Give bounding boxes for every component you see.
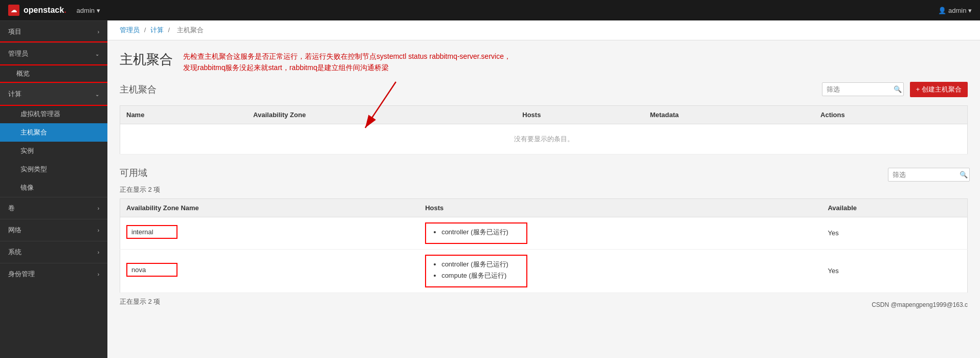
- footer-credit: CSDN @mapengpeng1999@163.c: [872, 301, 968, 310]
- host-aggregate-table-header: Name Availability Zone Hosts Metadata Ac…: [120, 105, 968, 124]
- sidebar-network-label: 网络: [8, 226, 21, 235]
- sidebar-vm-label: 虚拟机管理器: [20, 110, 60, 118]
- host-list-item: controller (服务已运行): [441, 260, 520, 269]
- page-title: 主机聚合: [120, 51, 173, 69]
- host-aggregate-toolbar: 🔍 + 创建主机聚合: [822, 82, 968, 97]
- sidebar-item-admin[interactable]: 管理员 ⌄: [0, 42, 107, 64]
- sidebar-volume-label: 卷: [8, 204, 15, 213]
- host-list-item: controller (服务已运行): [441, 228, 520, 237]
- col-name: Name: [120, 105, 248, 124]
- chevron-right-icon-4: ›: [98, 250, 99, 255]
- az-col-available: Available: [821, 198, 967, 217]
- empty-message: 没有要显示的条目。: [120, 124, 968, 154]
- az-table-row: internalcontroller (服务已运行)Yes: [120, 217, 968, 249]
- top-navbar: ☁ openstack. admin ▾ 👤 admin ▾: [0, 0, 980, 20]
- az-filter[interactable]: [888, 168, 970, 182]
- sidebar-item-host-aggregate[interactable]: 主机聚合: [0, 123, 107, 142]
- sidebar-item-network[interactable]: 网络 ›: [0, 219, 107, 241]
- az-row-name: nova: [120, 249, 419, 293]
- sidebar-image-label: 镜像: [20, 184, 34, 191]
- az-search-icon: 🔍: [960, 171, 968, 178]
- az-col-name: Availability Zone Name: [120, 198, 419, 217]
- sidebar-compute-label: 计算: [8, 90, 21, 99]
- sidebar-admin-label: 管理员: [8, 49, 28, 58]
- sidebar-instance-label: 实例: [20, 147, 34, 154]
- empty-row: 没有要显示的条目。: [120, 124, 968, 154]
- annotation-line2: 发现rabbitmq服务没起来就start，rabbitmq是建立组件间沟通桥梁: [183, 62, 968, 73]
- sidebar: 项目 › 管理员 ⌄ 概览 计算 ⌄ 虚拟机管理器 主机聚合 实例 实例类型 镜…: [0, 20, 107, 358]
- az-count-top: 正在显示 2 项: [120, 185, 968, 194]
- sidebar-overview-label: 概览: [16, 70, 30, 77]
- sidebar-item-project[interactable]: 项目 ›: [0, 20, 107, 42]
- az-table-header: Availability Zone Name Hosts Available: [120, 198, 968, 217]
- brand-icon: ☁: [8, 5, 19, 16]
- chevron-right-icon: ›: [98, 29, 99, 35]
- sidebar-instance-type-label: 实例类型: [20, 165, 47, 173]
- col-metadata: Metadata: [644, 105, 814, 124]
- search-icon: 🔍: [894, 85, 902, 93]
- brand-name: openstack.: [24, 6, 66, 15]
- az-row-hosts: controller (服务已运行): [419, 217, 821, 249]
- az-row-available: Yes: [821, 217, 967, 249]
- az-count-bottom: 正在显示 2 项: [120, 297, 160, 306]
- sidebar-item-instance[interactable]: 实例: [0, 142, 107, 160]
- breadcrumb-current: 主机聚合: [177, 26, 204, 34]
- user-icon: 👤: [938, 7, 946, 14]
- col-hosts: Hosts: [516, 105, 643, 124]
- az-row-name: internal: [120, 217, 419, 249]
- sidebar-item-system[interactable]: 系统 ›: [0, 241, 107, 263]
- sidebar-project-label: 项目: [8, 27, 21, 36]
- chevron-right-icon-3: ›: [98, 228, 99, 233]
- host-aggregate-section: 主机聚合 🔍 + 创建主机聚合 Name Availability Zone H…: [120, 82, 968, 154]
- chevron-down-icon-2: ⌄: [95, 92, 99, 97]
- host-aggregate-title: 主机聚合: [120, 83, 157, 96]
- breadcrumb-admin[interactable]: 管理员: [120, 26, 140, 34]
- chevron-down-icon: ⌄: [95, 51, 99, 57]
- availability-zone-section: 可用域 🔍 正在显示 2 项 Availability Zone Name Ho…: [120, 167, 968, 310]
- breadcrumb: 管理员 / 计算 / 主机聚合: [107, 20, 980, 40]
- main-content: 管理员 / 计算 / 主机聚合 主机聚合 先检查主机聚合这服务是否正常运行，若运…: [107, 20, 980, 358]
- sidebar-host-agg-label: 主机聚合: [20, 128, 47, 136]
- host-aggregate-table: Name Availability Zone Hosts Metadata Ac…: [120, 105, 968, 154]
- sidebar-item-instance-type[interactable]: 实例类型: [0, 160, 107, 178]
- sidebar-system-label: 系统: [8, 248, 21, 257]
- sidebar-item-overview[interactable]: 概览: [0, 64, 107, 83]
- az-table-row: novacontroller (服务已运行)compute (服务已运行)Yes: [120, 249, 968, 293]
- host-aggregate-filter[interactable]: [822, 82, 904, 96]
- az-row-available: Yes: [821, 249, 967, 293]
- brand-logo[interactable]: ☁ openstack.: [8, 5, 66, 16]
- create-host-aggregate-button[interactable]: + 创建主机聚合: [910, 82, 968, 97]
- sidebar-item-vm-manager[interactable]: 虚拟机管理器: [0, 105, 107, 123]
- user-menu[interactable]: 👤 admin ▾: [938, 7, 972, 14]
- admin-nav-item[interactable]: admin ▾: [77, 7, 100, 14]
- sidebar-item-identity[interactable]: 身份管理 ›: [0, 263, 107, 285]
- annotation-block: 先检查主机聚合这服务是否正常运行，若运行失败在控制节点systemctl sta…: [183, 51, 968, 74]
- admin-nav-label: admin ▾: [77, 7, 100, 14]
- host-list-item: compute (服务已运行): [441, 271, 520, 280]
- sidebar-identity-label: 身份管理: [8, 270, 35, 279]
- col-actions: Actions: [814, 105, 967, 124]
- az-col-hosts: Hosts: [419, 198, 821, 217]
- col-az: Availability Zone: [247, 105, 516, 124]
- sidebar-item-volume[interactable]: 卷 ›: [0, 197, 107, 219]
- breadcrumb-compute[interactable]: 计算: [150, 26, 164, 34]
- sidebar-item-compute[interactable]: 计算 ⌄: [0, 83, 107, 105]
- az-title: 可用域: [120, 167, 147, 179]
- breadcrumb-sep2: /: [168, 26, 171, 34]
- chevron-right-icon-2: ›: [98, 206, 99, 211]
- sidebar-item-image[interactable]: 镜像: [0, 178, 107, 197]
- az-table: Availability Zone Name Hosts Available i…: [120, 198, 968, 293]
- chevron-right-icon-5: ›: [98, 272, 99, 277]
- annotation-line1: 先检查主机聚合这服务是否正常运行，若运行失败在控制节点systemctl sta…: [183, 51, 968, 62]
- user-label: admin ▾: [948, 7, 972, 14]
- breadcrumb-sep1: /: [144, 26, 148, 34]
- az-row-hosts: controller (服务已运行)compute (服务已运行): [419, 249, 821, 293]
